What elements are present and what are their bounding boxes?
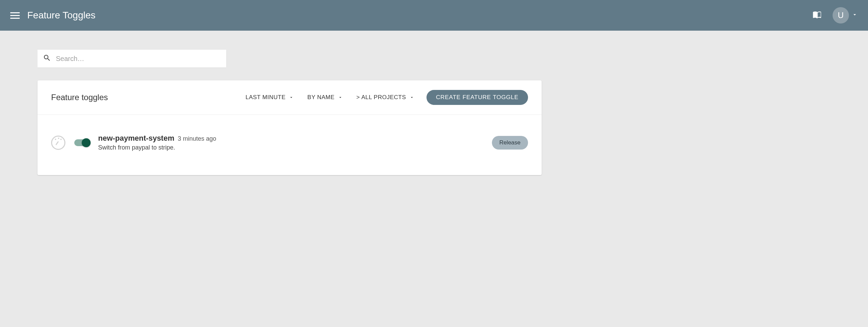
app-bar-left: Feature Toggles [10, 10, 95, 21]
create-feature-toggle-button[interactable]: CREATE FEATURE TOGGLE [427, 90, 528, 105]
release-badge: Release [492, 136, 528, 150]
toggle-list: new-payment-system 3 minutes ago Switch … [37, 115, 542, 175]
search-input[interactable] [56, 55, 221, 63]
feature-toggle-card: Feature toggles LAST MINUTE BY NAME > AL… [37, 80, 542, 175]
chevron-down-icon [338, 95, 343, 100]
toggle-description: Switch from paypal to stripe. [98, 144, 216, 151]
toggle-timestamp: 3 minutes ago [178, 135, 216, 142]
project-filter-label: > ALL PROJECTS [356, 94, 406, 101]
avatar: U [833, 7, 849, 24]
menu-icon[interactable] [10, 11, 20, 20]
app-bar: Feature Toggles U [0, 0, 868, 31]
enable-switch[interactable] [74, 139, 89, 146]
page-title: Feature Toggles [27, 10, 95, 21]
sort-label: BY NAME [307, 94, 335, 101]
switch-knob [82, 138, 91, 147]
docs-icon[interactable] [812, 10, 822, 21]
toggle-text: new-payment-system 3 minutes ago Switch … [98, 134, 216, 151]
chevron-down-icon [289, 95, 294, 100]
toggle-name[interactable]: new-payment-system [98, 134, 174, 143]
user-menu[interactable]: U [833, 7, 858, 24]
chevron-down-icon [409, 95, 414, 100]
time-filter-label: LAST MINUTE [246, 94, 286, 101]
chevron-down-icon [852, 12, 858, 19]
search-icon [43, 54, 51, 63]
toggle-row-left: new-payment-system 3 minutes ago Switch … [51, 134, 216, 151]
content: Feature toggles LAST MINUTE BY NAME > AL… [0, 31, 579, 194]
app-bar-right: U [812, 7, 858, 24]
sort-dropdown[interactable]: BY NAME [306, 91, 344, 104]
card-title: Feature toggles [51, 93, 108, 102]
gauge-icon [51, 136, 65, 150]
card-header: Feature toggles LAST MINUTE BY NAME > AL… [37, 80, 542, 115]
time-filter-dropdown[interactable]: LAST MINUTE [244, 91, 295, 104]
project-filter-dropdown[interactable]: > ALL PROJECTS [355, 91, 416, 104]
header-actions: LAST MINUTE BY NAME > ALL PROJECTS CREAT… [244, 90, 528, 105]
toggle-row[interactable]: new-payment-system 3 minutes ago Switch … [51, 134, 528, 151]
search-box[interactable] [37, 50, 226, 67]
